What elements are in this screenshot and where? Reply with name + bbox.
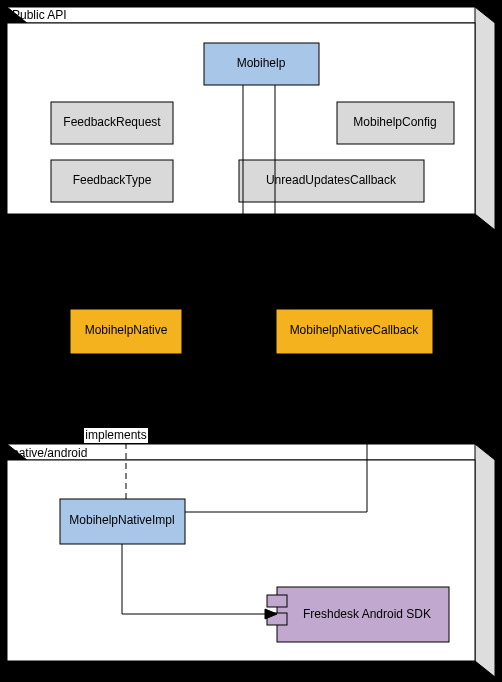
box-mobihelp-label: Mobihelp [237, 56, 286, 70]
box-mobihelp-native: MobihelpNative [70, 309, 182, 354]
box-feedback-request: FeedbackRequest [51, 102, 173, 144]
box-mobihelp-native-impl-label: MobihelpNativeImpl [69, 513, 174, 527]
architecture-diagram: Public API Mobihelp FeedbackRequest Mobi… [0, 0, 502, 682]
package-public-api-title: Public API [12, 8, 67, 22]
box-mobihelp-native-label: MobihelpNative [85, 323, 168, 337]
box-unread-updates-callback: UnreadUpdatesCallback [239, 160, 424, 202]
box-feedback-request-label: FeedbackRequest [63, 115, 161, 129]
box-unread-updates-callback-label: UnreadUpdatesCallback [266, 173, 397, 187]
svg-marker-1 [475, 7, 495, 230]
box-mobihelp-native-impl: MobihelpNativeImpl [60, 499, 185, 544]
box-mobihelp-config-label: MobihelpConfig [353, 115, 436, 129]
svg-marker-0 [7, 7, 495, 23]
box-feedback-type-label: FeedbackType [73, 173, 152, 187]
svg-marker-11 [475, 444, 495, 677]
box-mobihelp-native-callback: MobihelpNativeCallback [276, 309, 433, 354]
box-mobihelp-config: MobihelpConfig [337, 102, 454, 144]
box-freshdesk-sdk-label: Freshdesk Android SDK [303, 607, 431, 621]
edge-implements-label: implements [85, 428, 146, 442]
box-mobihelp: Mobihelp [204, 43, 319, 85]
box-mobihelp-native-callback-label: MobihelpNativeCallback [290, 323, 420, 337]
box-freshdesk-sdk: Freshdesk Android SDK [267, 587, 449, 642]
svg-rect-15 [267, 595, 287, 607]
package-native-android-title: native/android [12, 446, 87, 460]
box-feedback-type: FeedbackType [51, 160, 173, 202]
